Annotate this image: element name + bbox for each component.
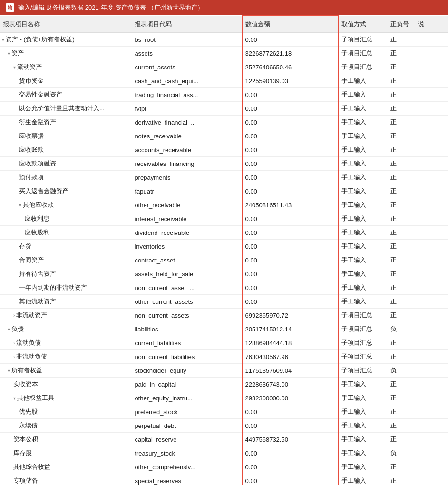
table-row[interactable]: 非流动资产non_current_assets6992365970.72子项目汇… bbox=[0, 309, 448, 322]
table-row[interactable]: 流动资产current_assets25276406650.46子项目汇总正 bbox=[0, 60, 448, 74]
table-row[interactable]: 应收股利dividend_receivable0.00手工输入正 bbox=[0, 226, 448, 240]
cell-extra bbox=[415, 405, 448, 419]
cell-code: accounts_receivable bbox=[132, 143, 242, 157]
table-row[interactable]: 应收利息interest_receivable0.00手工输入正 bbox=[0, 212, 448, 226]
table-row[interactable]: 存货inventories0.00手工输入正 bbox=[0, 240, 448, 253]
cell-code: current_liabilities bbox=[132, 336, 242, 350]
cell-method: 手工输入 bbox=[338, 267, 388, 281]
cell-amount: 4497568732.50 bbox=[242, 433, 338, 446]
table-row[interactable]: 买入返售金融资产fapuatr0.00手工输入正 bbox=[0, 184, 448, 198]
expand-closed-icon[interactable] bbox=[13, 354, 15, 359]
cell-extra bbox=[415, 446, 448, 460]
cell-name: 存货 bbox=[0, 240, 132, 253]
table-row[interactable]: 其他流动资产other_current_assets0.00手工输入正 bbox=[0, 295, 448, 309]
cell-extra bbox=[415, 309, 448, 322]
table-row[interactable]: 负债liabilities20517415012.14子项目汇总负 bbox=[0, 322, 448, 336]
cell-name: 持有待售资产 bbox=[0, 267, 132, 281]
expand-open-icon[interactable] bbox=[8, 51, 10, 56]
cell-name: 买入返售金融资产 bbox=[0, 184, 132, 198]
table-container: 报表项目名称 报表项目代码 数值金额 取值方式 正负号 说 资产 - (负债+所… bbox=[0, 15, 448, 485]
table-row[interactable]: 货币资金cash_and_cash_equi...1225590139.03手工… bbox=[0, 74, 448, 88]
expand-open-icon[interactable] bbox=[13, 396, 16, 401]
table-row[interactable]: 库存股treasury_stock0.00手工输入负 bbox=[0, 446, 448, 460]
cell-code: assets_held_for_sale bbox=[132, 267, 242, 281]
cell-extra bbox=[415, 157, 448, 171]
cell-code: perpetual_debt bbox=[132, 419, 242, 433]
cell-sign: 正 bbox=[388, 405, 415, 419]
cell-extra bbox=[415, 88, 448, 102]
cell-extra bbox=[415, 281, 448, 295]
cell-method: 手工输入 bbox=[338, 391, 388, 405]
table-row[interactable]: 应收款项融资receivables_financing0.00手工输入正 bbox=[0, 157, 448, 171]
cell-sign: 正 bbox=[388, 336, 415, 350]
cell-code: bs_root bbox=[132, 33, 242, 47]
table-row[interactable]: 资本公积capital_reserve4497568732.50手工输入正 bbox=[0, 433, 448, 446]
table-row[interactable]: 非流动负债non_current_liabilities7630430567.9… bbox=[0, 350, 448, 364]
table-row[interactable]: 以公允价值计量且其变动计入...fvtpl0.00手工输入正 bbox=[0, 102, 448, 116]
table-row[interactable]: 持有待售资产assets_held_for_sale0.00手工输入正 bbox=[0, 267, 448, 281]
cell-sign: 正 bbox=[388, 281, 415, 295]
expand-open-icon[interactable] bbox=[8, 368, 10, 373]
cell-code: other_comprehensiv... bbox=[132, 460, 242, 474]
cell-method: 手工输入 bbox=[338, 184, 388, 198]
cell-extra bbox=[415, 460, 448, 474]
table-row[interactable]: 优先股preferred_stock0.00手工输入正 bbox=[0, 405, 448, 419]
table-row[interactable]: 应收账款accounts_receivable0.00手工输入正 bbox=[0, 143, 448, 157]
table-row[interactable]: 交易性金融资产trading_financial_ass...0.00手工输入正 bbox=[0, 88, 448, 102]
cell-amount: 0.00 bbox=[242, 129, 338, 143]
cell-amount: 0.00 bbox=[242, 253, 338, 267]
cell-name: 流动负债 bbox=[0, 336, 132, 350]
cell-amount: 0.00 bbox=[242, 88, 338, 102]
cell-extra bbox=[415, 226, 448, 240]
cell-code: other_receivable bbox=[132, 198, 242, 212]
table-row[interactable]: 所有者权益stockholder_equity11751357609.04子项目… bbox=[0, 364, 448, 378]
cell-amount: 0.00 bbox=[242, 419, 338, 433]
cell-code: receivables_financing bbox=[132, 157, 242, 171]
table-row[interactable]: 其他权益工具other_equity_instru...2932300000.0… bbox=[0, 391, 448, 405]
table-row[interactable]: 资产assets32268772621.18子项目汇总正 bbox=[0, 47, 448, 60]
cell-name: 应收股利 bbox=[0, 226, 132, 240]
table-row[interactable]: 资产 - (负债+所有者权益)bs_root0.00子项目汇总正 bbox=[0, 33, 448, 47]
cell-extra bbox=[415, 253, 448, 267]
cell-name: 资本公积 bbox=[0, 433, 132, 446]
cell-code: derivative_financial_... bbox=[132, 116, 242, 129]
cell-method: 手工输入 bbox=[338, 240, 388, 253]
expand-open-icon[interactable] bbox=[19, 203, 21, 208]
cell-code: current_assets bbox=[132, 60, 242, 74]
table-row[interactable]: 预付款项prepayments0.00手工输入正 bbox=[0, 171, 448, 184]
table-row[interactable]: 实收资本paid_in_capital2228636743.00手工输入正 bbox=[0, 378, 448, 391]
cell-sign: 正 bbox=[388, 226, 415, 240]
cell-extra bbox=[415, 171, 448, 184]
cell-name: 以公允价值计量且其变动计入... bbox=[0, 102, 132, 116]
cell-code: assets bbox=[132, 47, 242, 60]
table-row[interactable]: 衍生金融资产derivative_financial_...0.00手工输入正 bbox=[0, 116, 448, 129]
cell-amount: 0.00 bbox=[242, 143, 338, 157]
cell-name: 非流动负债 bbox=[0, 350, 132, 364]
table-row[interactable]: 合同资产contract_asset0.00手工输入正 bbox=[0, 253, 448, 267]
cell-sign: 负 bbox=[388, 364, 415, 378]
expand-open-icon[interactable] bbox=[13, 65, 16, 70]
cell-method: 手工输入 bbox=[338, 212, 388, 226]
table-row[interactable]: 其他综合收益other_comprehensiv...0.00手工输入正 bbox=[0, 460, 448, 474]
cell-code: liabilities bbox=[132, 322, 242, 336]
table-row[interactable]: 其他应收款other_receivable24050816511.43手工输入正 bbox=[0, 198, 448, 212]
expand-closed-icon[interactable] bbox=[13, 340, 15, 346]
table-row[interactable]: 应收票据notes_receivable0.00手工输入正 bbox=[0, 129, 448, 143]
expand-closed-icon[interactable] bbox=[13, 313, 15, 318]
expand-open-icon[interactable] bbox=[8, 327, 10, 332]
table-row[interactable]: 一年内到期的非流动资产non_current_asset_...0.00手工输入… bbox=[0, 281, 448, 295]
table-row[interactable]: 永续债perpetual_debt0.00手工输入正 bbox=[0, 419, 448, 433]
cell-method: 手工输入 bbox=[338, 419, 388, 433]
cell-method: 手工输入 bbox=[338, 446, 388, 460]
cell-amount: 24050816511.43 bbox=[242, 198, 338, 212]
cell-method: 手工输入 bbox=[338, 281, 388, 295]
expand-open-icon[interactable] bbox=[2, 37, 4, 42]
table-row[interactable]: 流动负债current_liabilities12886984444.18子项目… bbox=[0, 336, 448, 350]
cell-extra bbox=[415, 33, 448, 47]
cell-sign: 负 bbox=[388, 322, 415, 336]
cell-extra bbox=[415, 143, 448, 157]
cell-sign: 正 bbox=[388, 267, 415, 281]
table-row[interactable]: 专项储备special_reserves0.00手工输入正 bbox=[0, 474, 448, 485]
cell-method: 子项目汇总 bbox=[338, 336, 388, 350]
cell-code: prepayments bbox=[132, 171, 242, 184]
